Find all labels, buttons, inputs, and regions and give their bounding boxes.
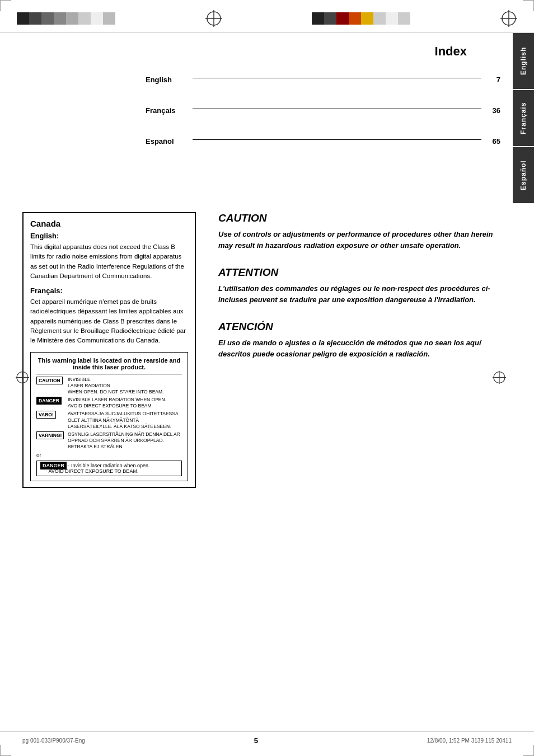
attention-body-text: L'utilisation des commandes ou réglages … xyxy=(218,283,500,305)
crosshair-right xyxy=(500,10,517,27)
index-dots-espanol xyxy=(193,139,481,140)
warning-label-varning: VARNING! xyxy=(36,431,65,439)
warning-row-caution: CAUTION INVISIBLELASER RADIATIONWHEN OPE… xyxy=(36,377,182,395)
warning-row-varning: VARNING! OSYNLIG LASERSTRÅLNING NÄR DENN… xyxy=(36,431,182,450)
page-container: Index English 7 Français 36 Español xyxy=(0,0,534,756)
canada-francais-text: Cet appareil numérique n'emet pas de bru… xyxy=(30,297,188,345)
caution-section: CAUTION Use of controls or adjustments o… xyxy=(218,212,500,251)
index-entry-francais: Français 36 xyxy=(146,106,500,115)
index-page-english: 7 xyxy=(484,76,500,84)
color-bar xyxy=(312,12,324,25)
color-bar xyxy=(41,12,54,25)
right-sections: CAUTION Use of controls or adjustments o… xyxy=(218,212,500,375)
varning-label-box: VARNING! xyxy=(36,431,64,439)
crosshair-right-mid xyxy=(493,370,506,386)
canada-english-title: English: xyxy=(30,232,188,240)
index-page-espanol: 65 xyxy=(484,137,500,145)
side-tab-espanol-label: Español xyxy=(519,160,527,190)
color-bar xyxy=(91,12,103,25)
caution-text: INVISIBLELASER RADIATIONWHEN OPEN. DO NO… xyxy=(68,377,163,395)
top-bars xyxy=(0,0,534,33)
footer-right-text: 12/8/00, 1:52 PM 3139 115 20411 xyxy=(427,738,512,744)
attention-title: ATTENTION xyxy=(218,266,500,279)
canada-title: Canada xyxy=(30,219,188,228)
canada-francais-title: Français: xyxy=(30,287,188,295)
varo-label-box: VARO! xyxy=(36,411,56,419)
danger-final-box: DANGER - Invisible laser radiation when … xyxy=(36,461,182,476)
index-entries: English 7 Français 36 Español 65 xyxy=(146,76,500,145)
footer-page-number: 5 xyxy=(254,736,258,745)
warning-row-varo: VARO! AVATTAESSA JA SUOJALUKITUS OHITETT… xyxy=(36,411,182,429)
color-bar xyxy=(361,12,373,25)
main-content: Index English 7 Français 36 Español xyxy=(0,33,534,744)
center-content: Index English 7 Français 36 Español xyxy=(0,33,534,744)
color-bar xyxy=(373,12,386,25)
atencion-section: ATENCIÓN El uso de mando o ajustes o la … xyxy=(218,321,500,359)
color-bar xyxy=(54,12,66,25)
side-tab-english: English xyxy=(513,33,534,89)
warning-row-danger: DANGER INVISIBLE LASER RADIATION WHEN OP… xyxy=(36,397,182,409)
crosshair-left-mid xyxy=(16,370,29,386)
varo-text: AVATTAESSA JA SUOJALUKITUS OHITETTAESSA … xyxy=(68,411,182,429)
crosshair-left xyxy=(205,10,222,27)
side-tab-english-label: English xyxy=(519,47,527,75)
warning-label-varo: VARO! xyxy=(36,411,65,419)
color-bar xyxy=(336,12,349,25)
canada-english-text: This digital apparatus does not exceed t… xyxy=(30,242,188,281)
color-bar xyxy=(386,12,398,25)
color-bar xyxy=(17,12,29,25)
side-tab-francais-label: Français xyxy=(519,102,527,134)
caution-title: CAUTION xyxy=(218,212,500,224)
attention-section: ATTENTION L'utilisation des commandes ou… xyxy=(218,266,500,305)
color-bar xyxy=(324,12,336,25)
caution-label-box: CAUTION xyxy=(36,377,63,384)
or-label: or xyxy=(36,452,182,458)
footer-left-text: pg 001-033/P900/37-Eng xyxy=(22,738,85,744)
atencion-body-text: El uso de mando o ajustes o la ejecucció… xyxy=(218,337,500,359)
right-color-bars xyxy=(312,12,410,25)
warning-label-caution: CAUTION xyxy=(36,377,65,384)
warning-box-title: This warning label is located on the rea… xyxy=(36,357,182,370)
index-dots-english xyxy=(193,78,481,78)
danger-text: INVISIBLE LASER RADIATION WHEN OPEN.AVOI… xyxy=(68,397,166,409)
varning-text: OSYNLIG LASERSTRÅLNING NÄR DENNA DEL AR … xyxy=(68,431,182,450)
index-label-francais: Français xyxy=(146,106,190,115)
index-page-francais: 36 xyxy=(484,106,500,115)
color-bar xyxy=(349,12,361,25)
atencion-title: ATENCIÓN xyxy=(218,321,500,333)
color-bar xyxy=(78,12,91,25)
side-tab-francais: Français xyxy=(513,90,534,146)
index-entry-espanol: Español 65 xyxy=(146,137,500,145)
index-label-espanol: Español xyxy=(146,137,190,145)
divider xyxy=(36,374,182,374)
index-label-english: English xyxy=(146,76,190,84)
danger-label-box: DANGER xyxy=(36,397,62,405)
corner-mark-br xyxy=(523,745,534,756)
color-bar xyxy=(66,12,78,25)
color-bar xyxy=(103,12,115,25)
index-title: Index xyxy=(22,44,500,59)
index-entry-english: English 7 xyxy=(146,76,500,84)
caution-body-text: Use of controls or adjustments or perfor… xyxy=(218,229,500,251)
left-color-bars xyxy=(17,12,115,25)
canada-panel: Canada English: This digital apparatus d… xyxy=(22,212,196,488)
index-dots-francais xyxy=(193,109,481,109)
page-footer: pg 001-033/P900/37-Eng 5 12/8/00, 1:52 P… xyxy=(0,731,534,745)
color-bar xyxy=(398,12,410,25)
corner-mark-bl xyxy=(0,745,11,756)
side-tab-espanol: Español xyxy=(513,147,534,203)
color-bar xyxy=(29,12,41,25)
warning-box: This warning label is located on the rea… xyxy=(30,352,188,481)
side-tabs: English Français Español xyxy=(513,33,534,204)
warning-label-danger: DANGER xyxy=(36,397,65,405)
